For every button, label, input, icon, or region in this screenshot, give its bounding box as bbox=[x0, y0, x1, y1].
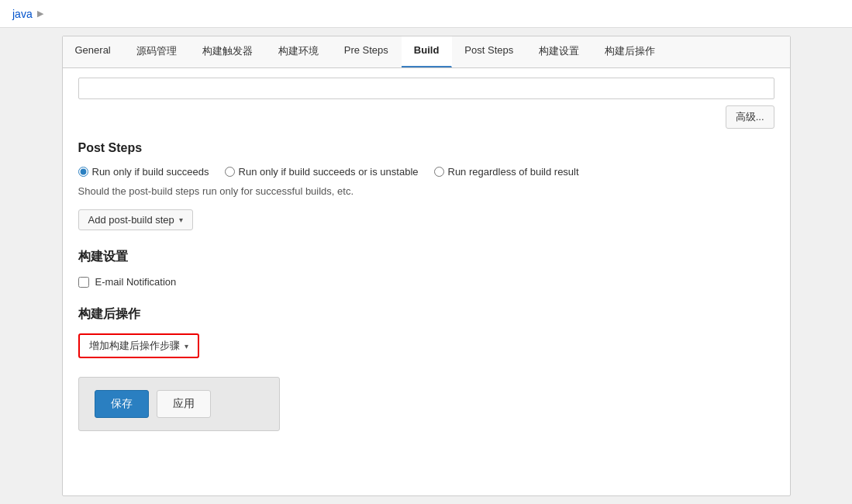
tab-trigger[interactable]: 构建触发器 bbox=[190, 36, 266, 67]
post-build-caret-icon: ▾ bbox=[185, 342, 188, 350]
tab-postbuild[interactable]: 构建后操作 bbox=[592, 36, 668, 67]
tab-poststeps[interactable]: Post Steps bbox=[452, 36, 526, 67]
add-post-build-step-label: Add post-build step bbox=[88, 214, 174, 226]
build-settings-section: 构建设置 E-mail Notification bbox=[78, 249, 774, 288]
add-post-build-ops-label: 增加构建后操作步骤 bbox=[89, 339, 180, 353]
radio-success-label[interactable]: Run only if build succeeds bbox=[78, 166, 209, 178]
tab-settings[interactable]: 构建设置 bbox=[526, 36, 592, 67]
main-content: General 源码管理 构建触发器 构建环境 Pre Steps Build … bbox=[0, 28, 852, 504]
tab-source[interactable]: 源码管理 bbox=[124, 36, 190, 67]
post-build-section: 构建后操作 增加构建后操作步骤 ▾ bbox=[78, 306, 774, 358]
radio-unstable-label[interactable]: Run only if build succeeds or is unstabl… bbox=[225, 166, 419, 178]
tab-general[interactable]: General bbox=[63, 36, 124, 67]
email-notification-label[interactable]: E-mail Notification bbox=[78, 276, 774, 288]
radio-always-label[interactable]: Run regardless of build result bbox=[434, 166, 579, 178]
post-build-title: 构建后操作 bbox=[78, 306, 774, 323]
post-steps-title: Post Steps bbox=[78, 141, 774, 155]
top-input-bar[interactable] bbox=[78, 78, 774, 99]
page-panel: General 源码管理 构建触发器 构建环境 Pre Steps Build … bbox=[62, 36, 791, 496]
tab-build[interactable]: Build bbox=[402, 36, 453, 67]
add-post-build-step-button[interactable]: Add post-build step ▾ bbox=[78, 209, 193, 230]
radio-success[interactable] bbox=[78, 167, 88, 177]
breadcrumb-arrow: ▶ bbox=[37, 9, 43, 19]
radio-always-text: Run regardless of build result bbox=[448, 166, 579, 178]
caret-icon: ▾ bbox=[179, 216, 183, 224]
email-notification-checkbox[interactable] bbox=[78, 277, 89, 288]
email-notification-text: E-mail Notification bbox=[95, 276, 177, 288]
apply-button[interactable]: 应用 bbox=[157, 390, 211, 418]
top-bar: java ▶ bbox=[0, 0, 852, 28]
footer-bar: 保存 应用 bbox=[78, 377, 280, 431]
tab-bar: General 源码管理 构建触发器 构建环境 Pre Steps Build … bbox=[63, 36, 790, 68]
radio-group: Run only if build succeeds Run only if b… bbox=[78, 166, 774, 178]
build-settings-title: 构建设置 bbox=[78, 249, 774, 265]
post-steps-description: Should the post-build steps run only for… bbox=[78, 185, 774, 197]
post-steps-section: Post Steps Run only if build succeeds Ru… bbox=[78, 141, 774, 230]
tab-presteps[interactable]: Pre Steps bbox=[332, 36, 402, 67]
add-post-build-ops-button[interactable]: 增加构建后操作步骤 ▾ bbox=[78, 333, 199, 358]
breadcrumb-project[interactable]: java bbox=[12, 8, 33, 20]
advanced-btn-row: 高级... bbox=[78, 105, 774, 129]
content-area: 高级... Post Steps Run only if build succe… bbox=[63, 78, 790, 447]
radio-unstable-text: Run only if build succeeds or is unstabl… bbox=[239, 166, 419, 178]
radio-unstable[interactable] bbox=[225, 167, 235, 177]
radio-success-text: Run only if build succeeds bbox=[92, 166, 209, 178]
radio-always[interactable] bbox=[434, 167, 444, 177]
tab-env[interactable]: 构建环境 bbox=[266, 36, 332, 67]
advanced-button[interactable]: 高级... bbox=[726, 105, 774, 129]
save-button[interactable]: 保存 bbox=[95, 390, 149, 418]
